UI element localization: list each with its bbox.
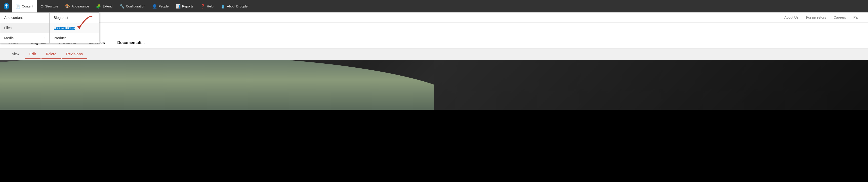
dropdown-add-content[interactable]: Add content › — [0, 13, 50, 23]
people-icon: 👤 — [152, 4, 157, 9]
toolbar-label-about: About Droopler — [227, 4, 248, 8]
website-content: About Us For investors Careers Pa... ...… — [0, 12, 868, 60]
hero-dark-overlay — [434, 60, 868, 110]
tab-edit[interactable]: Edit — [25, 50, 40, 59]
admin-toolbar: 📄 Content ⚙ Structure 🎨 Appearance 🧩 Ext… — [0, 0, 868, 12]
toolbar-label-extend: Extend — [102, 4, 112, 8]
reports-icon: 📊 — [176, 4, 181, 9]
svg-point-2 — [6, 7, 7, 8]
toolbar-link-content[interactable]: 📄 Content — [12, 0, 37, 12]
toolbar-nav: 📄 Content ⚙ Structure 🎨 Appearance 🧩 Ext… — [12, 0, 252, 12]
toolbar-item-configuration[interactable]: 🔧 Configuration — [116, 0, 149, 12]
toolbar-link-people[interactable]: 👤 People — [149, 0, 172, 12]
dropdown-files[interactable]: Files — [0, 23, 50, 33]
secondary-nav-careers[interactable]: Careers — [833, 16, 846, 20]
secondary-nav: About Us For investors Careers Pa... — [0, 12, 868, 23]
toolbar-item-reports[interactable]: 📊 Reports — [172, 0, 197, 12]
dropdown-blog-post[interactable]: Blog post — [50, 13, 99, 23]
dropdown-content-page[interactable]: Content Page — [50, 23, 99, 33]
dropdown-left-panel: Add content › Files Media › — [0, 12, 50, 43]
product-label: Product — [54, 36, 66, 40]
chevron-right-icon-2: › — [44, 36, 45, 40]
dropdown-product[interactable]: Product — [50, 33, 99, 43]
help-icon: ❓ — [200, 4, 205, 9]
toolbar-label-structure: Structure — [45, 4, 58, 8]
toolbar-link-appearance[interactable]: 🎨 Appearance — [62, 0, 92, 12]
toolbar-item-people[interactable]: 👤 People — [149, 0, 172, 12]
toolbar-link-about[interactable]: 💧 About Droopler — [217, 0, 252, 12]
toolbar-item-about[interactable]: 💧 About Droopler — [217, 0, 252, 12]
toolbar-link-extend[interactable]: 🧩 Extend — [92, 0, 116, 12]
hero-area — [0, 60, 868, 110]
tab-view[interactable]: View — [7, 50, 24, 59]
toolbar-label-help: Help — [207, 4, 213, 8]
content-icon: 📄 — [16, 4, 20, 9]
tab-revisions[interactable]: Revisions — [62, 50, 87, 59]
toolbar-label-configuration: Configuration — [126, 4, 145, 8]
primary-nav-documentation[interactable]: Documentati... — [117, 40, 145, 45]
media-label: Media — [4, 36, 14, 40]
about-icon: 💧 — [220, 4, 225, 9]
files-label: Files — [4, 26, 12, 30]
local-tasks: View Edit Delete Revisions — [0, 49, 868, 60]
toolbar-item-structure[interactable]: ⚙ Structure — [37, 0, 62, 12]
configuration-icon: 🔧 — [120, 4, 124, 9]
toolbar-link-reports[interactable]: 📊 Reports — [172, 0, 197, 12]
svg-point-1 — [5, 4, 8, 7]
content-page-label: Content Page — [54, 26, 75, 30]
toolbar-label-reports: Reports — [182, 4, 193, 8]
content-dropdown: Add content › Files Media › Blog post Co… — [0, 12, 99, 43]
blog-post-label: Blog post — [54, 16, 68, 20]
dropdown-right-panel: Blog post Content Page Product — [50, 12, 99, 43]
toolbar-item-help[interactable]: ❓ Help — [197, 0, 217, 12]
appearance-icon: 🎨 — [65, 4, 70, 9]
toolbar-label-content: Content — [22, 4, 33, 8]
structure-icon: ⚙ — [40, 4, 44, 9]
toolbar-label-appearance: Appearance — [71, 4, 89, 8]
secondary-nav-investors[interactable]: For investors — [806, 16, 826, 20]
drupal-logo-icon[interactable] — [2, 2, 11, 11]
secondary-nav-more[interactable]: Pa... — [853, 16, 861, 20]
toolbar-link-configuration[interactable]: 🔧 Configuration — [116, 0, 149, 12]
add-content-label: Add content — [4, 16, 23, 20]
secondary-nav-about-us[interactable]: About Us — [784, 16, 799, 20]
chevron-right-icon: › — [44, 16, 45, 20]
page-title-area: ...ies — [0, 23, 868, 37]
extend-icon: 🧩 — [96, 4, 101, 9]
toolbar-link-structure[interactable]: ⚙ Structure — [37, 0, 62, 12]
toolbar-label-people: People — [159, 4, 168, 8]
toolbar-item-extend[interactable]: 🧩 Extend — [92, 0, 116, 12]
primary-nav: Home Engines Products Services Documenta… — [0, 37, 868, 49]
toolbar-item-appearance[interactable]: 🎨 Appearance — [62, 0, 92, 12]
toolbar-link-help[interactable]: ❓ Help — [197, 0, 217, 12]
toolbar-item-content[interactable]: 📄 Content — [12, 0, 37, 12]
tab-delete[interactable]: Delete — [41, 50, 61, 59]
dropdown-media[interactable]: Media › — [0, 33, 50, 43]
